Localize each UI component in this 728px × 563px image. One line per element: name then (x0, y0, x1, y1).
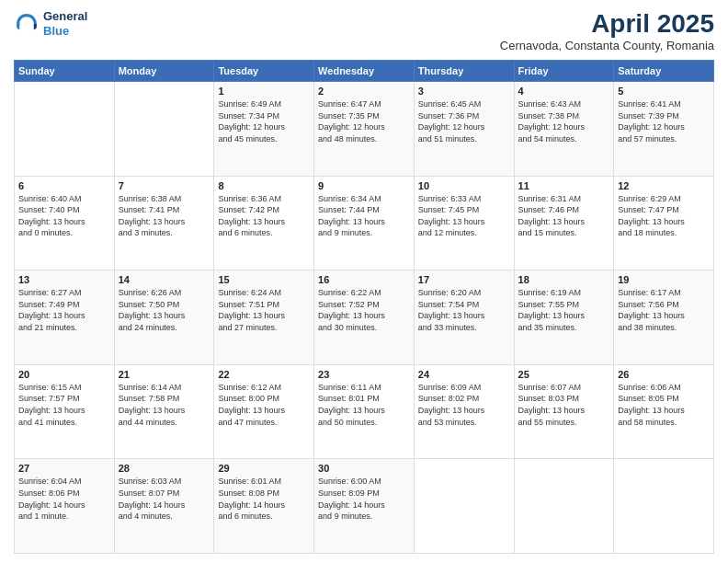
day-info: Sunrise: 6:34 AM Sunset: 7:44 PM Dayligh… (318, 193, 410, 239)
day-info: Sunrise: 6:33 AM Sunset: 7:45 PM Dayligh… (418, 193, 510, 239)
calendar-cell: 28Sunrise: 6:03 AM Sunset: 8:07 PM Dayli… (114, 459, 214, 554)
day-info: Sunrise: 6:36 AM Sunset: 7:42 PM Dayligh… (218, 193, 310, 239)
day-number: 28 (119, 463, 210, 474)
calendar-cell: 30Sunrise: 6:00 AM Sunset: 8:09 PM Dayli… (314, 459, 415, 554)
day-number: 21 (119, 369, 210, 380)
day-info: Sunrise: 6:38 AM Sunset: 7:41 PM Dayligh… (119, 193, 210, 239)
calendar-cell: 25Sunrise: 6:07 AM Sunset: 8:03 PM Dayli… (514, 364, 614, 459)
day-info: Sunrise: 6:41 AM Sunset: 7:39 PM Dayligh… (618, 98, 710, 144)
header-row: SundayMondayTuesdayWednesdayThursdayFrid… (15, 61, 714, 82)
calendar-cell: 1Sunrise: 6:49 AM Sunset: 7:34 PM Daylig… (214, 82, 314, 177)
calendar-cell: 3Sunrise: 6:45 AM Sunset: 7:36 PM Daylig… (414, 82, 514, 177)
calendar-cell: 11Sunrise: 6:31 AM Sunset: 7:46 PM Dayli… (514, 176, 614, 270)
day-number: 22 (218, 369, 310, 380)
calendar-cell: 8Sunrise: 6:36 AM Sunset: 7:42 PM Daylig… (214, 176, 314, 270)
day-header-friday: Friday (514, 61, 614, 82)
day-number: 24 (418, 369, 510, 380)
location: Cernavoda, Constanta County, Romania (500, 39, 714, 52)
calendar-cell: 23Sunrise: 6:11 AM Sunset: 8:01 PM Dayli… (314, 364, 415, 459)
calendar-cell: 5Sunrise: 6:41 AM Sunset: 7:39 PM Daylig… (614, 82, 714, 177)
calendar-cell (15, 82, 115, 177)
calendar-cell: 29Sunrise: 6:01 AM Sunset: 8:08 PM Dayli… (214, 459, 314, 554)
calendar-cell: 20Sunrise: 6:15 AM Sunset: 7:57 PM Dayli… (15, 364, 115, 459)
header: General Blue April 2025 Cernavoda, Const… (14, 9, 714, 52)
day-number: 4 (518, 86, 610, 97)
day-number: 16 (318, 274, 410, 285)
calendar-cell: 19Sunrise: 6:17 AM Sunset: 7:56 PM Dayli… (614, 270, 714, 365)
week-row-4: 20Sunrise: 6:15 AM Sunset: 7:57 PM Dayli… (15, 364, 714, 459)
calendar-cell (514, 459, 614, 554)
day-number: 19 (618, 274, 710, 285)
day-info: Sunrise: 6:07 AM Sunset: 8:03 PM Dayligh… (518, 382, 610, 428)
day-info: Sunrise: 6:11 AM Sunset: 8:01 PM Dayligh… (318, 382, 410, 428)
day-number: 29 (218, 463, 310, 474)
calendar-cell: 18Sunrise: 6:19 AM Sunset: 7:55 PM Dayli… (514, 270, 614, 365)
calendar-cell: 6Sunrise: 6:40 AM Sunset: 7:40 PM Daylig… (15, 176, 115, 270)
day-info: Sunrise: 6:06 AM Sunset: 8:05 PM Dayligh… (618, 382, 710, 428)
day-info: Sunrise: 6:04 AM Sunset: 8:06 PM Dayligh… (18, 476, 110, 522)
week-row-5: 27Sunrise: 6:04 AM Sunset: 8:06 PM Dayli… (15, 459, 714, 554)
day-info: Sunrise: 6:29 AM Sunset: 7:47 PM Dayligh… (618, 193, 710, 239)
day-number: 30 (318, 463, 410, 474)
day-number: 12 (618, 180, 710, 191)
day-number: 5 (618, 86, 710, 97)
day-number: 14 (119, 274, 210, 285)
calendar-body: 1Sunrise: 6:49 AM Sunset: 7:34 PM Daylig… (15, 82, 714, 554)
calendar-cell: 17Sunrise: 6:20 AM Sunset: 7:54 PM Dayli… (414, 270, 514, 365)
calendar-cell: 24Sunrise: 6:09 AM Sunset: 8:02 PM Dayli… (414, 364, 514, 459)
calendar-cell: 21Sunrise: 6:14 AM Sunset: 7:58 PM Dayli… (114, 364, 214, 459)
day-header-sunday: Sunday (15, 61, 115, 82)
logo-icon (14, 11, 40, 37)
day-info: Sunrise: 6:01 AM Sunset: 8:08 PM Dayligh… (218, 476, 310, 522)
calendar-cell: 26Sunrise: 6:06 AM Sunset: 8:05 PM Dayli… (614, 364, 714, 459)
day-info: Sunrise: 6:24 AM Sunset: 7:51 PM Dayligh… (218, 287, 310, 333)
day-header-wednesday: Wednesday (314, 61, 415, 82)
day-number: 20 (18, 369, 110, 380)
day-info: Sunrise: 6:03 AM Sunset: 8:07 PM Dayligh… (119, 476, 210, 522)
calendar-cell: 16Sunrise: 6:22 AM Sunset: 7:52 PM Dayli… (314, 270, 415, 365)
logo: General Blue (14, 9, 87, 38)
calendar-cell (414, 459, 514, 554)
day-number: 1 (218, 86, 310, 97)
calendar-cell (114, 82, 214, 177)
day-number: 10 (418, 180, 510, 191)
calendar-cell: 14Sunrise: 6:26 AM Sunset: 7:50 PM Dayli… (114, 270, 214, 365)
day-number: 25 (518, 369, 610, 380)
calendar-cell: 9Sunrise: 6:34 AM Sunset: 7:44 PM Daylig… (314, 176, 415, 270)
day-info: Sunrise: 6:45 AM Sunset: 7:36 PM Dayligh… (418, 98, 510, 144)
week-row-1: 1Sunrise: 6:49 AM Sunset: 7:34 PM Daylig… (15, 82, 714, 177)
day-number: 7 (119, 180, 210, 191)
calendar-cell: 10Sunrise: 6:33 AM Sunset: 7:45 PM Dayli… (414, 176, 514, 270)
day-info: Sunrise: 6:31 AM Sunset: 7:46 PM Dayligh… (518, 193, 610, 239)
month-title: April 2025 (500, 9, 714, 39)
day-header-tuesday: Tuesday (214, 61, 314, 82)
day-info: Sunrise: 6:40 AM Sunset: 7:40 PM Dayligh… (18, 193, 110, 239)
day-info: Sunrise: 6:22 AM Sunset: 7:52 PM Dayligh… (318, 287, 410, 333)
calendar-cell: 2Sunrise: 6:47 AM Sunset: 7:35 PM Daylig… (314, 82, 415, 177)
day-info: Sunrise: 6:49 AM Sunset: 7:34 PM Dayligh… (218, 98, 310, 144)
day-number: 17 (418, 274, 510, 285)
week-row-2: 6Sunrise: 6:40 AM Sunset: 7:40 PM Daylig… (15, 176, 714, 270)
title-area: April 2025 Cernavoda, Constanta County, … (500, 9, 714, 52)
day-header-saturday: Saturday (614, 61, 714, 82)
day-number: 3 (418, 86, 510, 97)
day-number: 11 (518, 180, 610, 191)
page: General Blue April 2025 Cernavoda, Const… (0, 0, 728, 563)
day-number: 9 (318, 180, 410, 191)
day-info: Sunrise: 6:12 AM Sunset: 8:00 PM Dayligh… (218, 382, 310, 428)
day-number: 8 (218, 180, 310, 191)
day-number: 27 (18, 463, 110, 474)
week-row-3: 13Sunrise: 6:27 AM Sunset: 7:49 PM Dayli… (15, 270, 714, 365)
day-info: Sunrise: 6:27 AM Sunset: 7:49 PM Dayligh… (18, 287, 110, 333)
calendar-cell: 22Sunrise: 6:12 AM Sunset: 8:00 PM Dayli… (214, 364, 314, 459)
day-info: Sunrise: 6:09 AM Sunset: 8:02 PM Dayligh… (418, 382, 510, 428)
day-header-thursday: Thursday (414, 61, 514, 82)
day-number: 23 (318, 369, 410, 380)
day-number: 26 (618, 369, 710, 380)
day-number: 18 (518, 274, 610, 285)
calendar-cell: 7Sunrise: 6:38 AM Sunset: 7:41 PM Daylig… (114, 176, 214, 270)
day-info: Sunrise: 6:15 AM Sunset: 7:57 PM Dayligh… (18, 382, 110, 428)
day-info: Sunrise: 6:14 AM Sunset: 7:58 PM Dayligh… (119, 382, 210, 428)
calendar-header: SundayMondayTuesdayWednesdayThursdayFrid… (15, 61, 714, 82)
day-info: Sunrise: 6:47 AM Sunset: 7:35 PM Dayligh… (318, 98, 410, 144)
